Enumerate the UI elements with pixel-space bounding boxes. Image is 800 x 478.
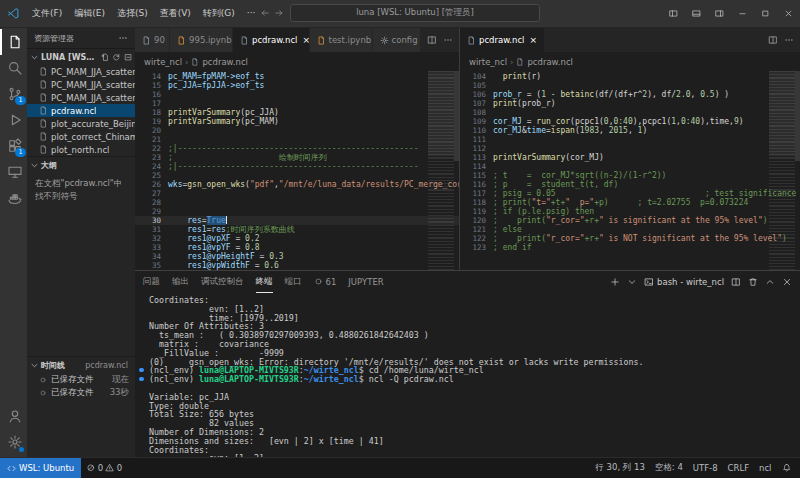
chevron-down-icon: [30, 161, 39, 170]
tab[interactable]: pcdraw.ncl×: [460, 28, 545, 52]
tab[interactable]: config: [373, 28, 421, 52]
status-item[interactable]: UTF-8: [688, 458, 723, 478]
minimap-left[interactable]: [428, 71, 454, 270]
minimize-button[interactable]: [731, 0, 754, 27]
close-panel-button[interactable]: [782, 277, 792, 287]
terminal-content[interactable]: Coordinates: evn: [1..2] time: [1979..20…: [135, 293, 800, 457]
terminal-line: Dimensions and sizes: [evn | 2] x [time …: [149, 437, 800, 446]
left-button[interactable]: [260, 8, 270, 18]
folder-section-header[interactable]: LUNA [WSL: UBUNTU]: [27, 48, 135, 65]
problems-status[interactable]: 00: [81, 458, 127, 478]
breadcrumb-item[interactable]: pcdraw.ncl: [202, 57, 247, 67]
maximize-button[interactable]: [754, 0, 777, 27]
activity-search[interactable]: [0, 55, 27, 81]
split-editor-button[interactable]: [427, 35, 437, 45]
activity-run-debug[interactable]: [0, 107, 27, 133]
file-item[interactable]: plot_accurate_Beijing...: [27, 117, 135, 130]
code-line: 122; print("r_cor="+r+" is NOT significa…: [460, 234, 800, 243]
line-number: 104: [460, 72, 493, 81]
layout-sidebar-button[interactable]: [662, 0, 685, 27]
panel-tab[interactable]: JUPYTER: [348, 271, 383, 293]
breadcrumb-item[interactable]: wirte_ncl: [144, 57, 182, 67]
tab[interactable]: 90: [135, 28, 170, 52]
outline-header[interactable]: 大纲: [27, 156, 135, 173]
tab[interactable]: 995.ipynb: [170, 28, 233, 52]
activity-remote-explorer[interactable]: [0, 159, 27, 185]
close-icon[interactable]: ×: [529, 35, 537, 45]
timeline-header[interactable]: 时间线 pcdraw.ncl: [27, 356, 135, 373]
editor-left[interactable]: 14pc_MAM=fpMAM->eof_ts15pc_JJA=fpJJA->eo…: [135, 71, 459, 270]
menu-item[interactable]: 查看(V): [154, 0, 197, 27]
status-item[interactable]: 空格: 4: [650, 458, 688, 478]
refresh-button[interactable]: [112, 53, 121, 62]
more-editor-button[interactable]: [784, 35, 794, 45]
editor-right[interactable]: 104 print(r)105106prob_r = (1 - betainc(…: [460, 71, 800, 270]
scrollbar-left[interactable]: [454, 71, 459, 161]
menu-item[interactable]: 选择(S): [111, 0, 154, 27]
file-item[interactable]: pcdraw.ncl: [27, 104, 135, 117]
command-decoration-icon[interactable]: [139, 377, 144, 382]
minimap-slider[interactable]: [769, 71, 795, 156]
command-center[interactable]: luna [WSL: Ubuntu] [管理员]: [290, 4, 540, 22]
panel-tab[interactable]: 调试控制台: [201, 271, 244, 293]
menu-item[interactable]: 文件(F): [26, 0, 68, 27]
timeline-item[interactable]: 已保存文件33秒: [27, 386, 135, 399]
panel-tab[interactable]: 61: [314, 271, 337, 293]
status-item[interactable]: [777, 458, 797, 478]
line-number: 121: [460, 225, 493, 234]
split-terminal-button[interactable]: [731, 277, 741, 287]
line-number: 120: [460, 216, 493, 225]
chevron-down-button[interactable]: [627, 277, 637, 287]
plus-button[interactable]: [610, 277, 620, 287]
panel-tab[interactable]: 端口: [285, 271, 302, 293]
terminal-entry[interactable]: bash - wirte_ncl: [644, 277, 724, 287]
breadcrumb-item[interactable]: pcdraw.ncl: [527, 57, 572, 67]
code-line: 31 res1=res;时间序列系数曲线: [135, 225, 459, 234]
file-item[interactable]: PC_MAM_JJA_scatter_...: [27, 65, 135, 78]
status-item[interactable]: ncl: [754, 458, 776, 478]
close-button[interactable]: [777, 0, 800, 27]
more-editor-button[interactable]: [443, 35, 453, 45]
chevron-up-panel-button[interactable]: [765, 277, 775, 287]
menu-item[interactable]: 编辑(E): [68, 0, 111, 27]
file-icon: [142, 36, 151, 45]
collapse-all-button[interactable]: [124, 53, 133, 62]
status-item[interactable]: 行 30, 列 13: [590, 458, 649, 478]
more-actions-icon[interactable]: [118, 33, 128, 43]
status-item[interactable]: CRLF: [723, 458, 754, 478]
file-item[interactable]: PC_MAM_JJA_scatter_...: [27, 78, 135, 91]
file-icon: [516, 58, 524, 66]
new-file-button[interactable]: [101, 53, 110, 62]
activity-explorer[interactable]: [0, 29, 27, 55]
breadcrumb-item[interactable]: wirte_ncl: [469, 57, 507, 67]
activity-account[interactable]: [0, 403, 27, 429]
timeline-item[interactable]: 已保存文件现在: [27, 373, 135, 386]
activity-settings[interactable]: [0, 429, 27, 455]
activity-docker[interactable]: [0, 185, 27, 211]
command-decoration-icon[interactable]: [139, 368, 144, 373]
panel-tab[interactable]: 终端: [256, 271, 273, 293]
panel-tab[interactable]: 问题: [143, 271, 160, 293]
file-item[interactable]: PC_MAM_JJA_scatter_...: [27, 91, 135, 104]
layout-panel-button[interactable]: [685, 0, 708, 27]
scrollbar-right[interactable]: [795, 71, 800, 161]
trash-terminal-button[interactable]: [748, 277, 758, 287]
menu-item[interactable]: ···: [241, 0, 262, 27]
tab[interactable]: test.ipynb: [310, 28, 373, 52]
panel-tab[interactable]: 输出: [172, 271, 189, 293]
nav-arrows: [260, 8, 284, 18]
menu-item[interactable]: 转到(G): [197, 0, 241, 27]
remote-indicator[interactable]: WSL: Ubuntu: [0, 458, 81, 478]
minimap-right[interactable]: [769, 71, 795, 270]
minimap-slider[interactable]: [428, 71, 454, 156]
tab[interactable]: pcdraw.ncl×: [233, 28, 310, 52]
file-item[interactable]: plot_correct_Chinama...: [27, 130, 135, 143]
right-button[interactable]: [274, 8, 284, 18]
file-item[interactable]: plot_north.ncl: [27, 143, 135, 156]
code-line: 14pc_MAM=fpMAM->eof_ts: [135, 72, 459, 81]
activity-source-control[interactable]: 1: [0, 81, 27, 107]
layout-sidebar-right-button[interactable]: [708, 0, 731, 27]
activity-extensions[interactable]: 1: [0, 133, 27, 159]
terminal-line: (ncl_env) luna@LAPTOP-MIVTS93R:~/wirte_n…: [149, 375, 800, 384]
split-editor-button[interactable]: [768, 35, 778, 45]
